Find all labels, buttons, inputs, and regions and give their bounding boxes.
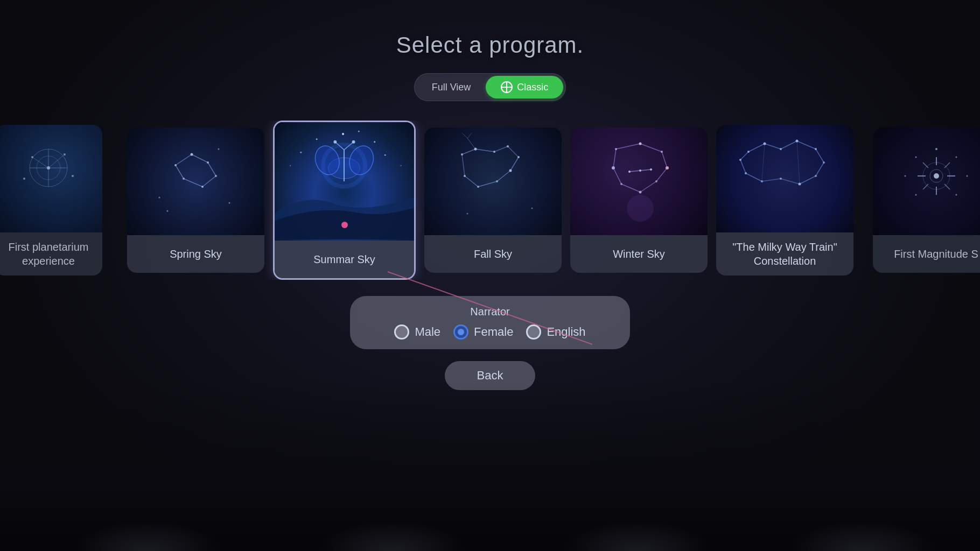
svg-point-42 [333,140,337,144]
radio-female[interactable] [453,324,468,340]
svg-line-107 [800,176,816,184]
svg-point-43 [352,140,355,144]
seats-silhouette [0,379,980,551]
svg-line-10 [32,157,48,168]
svg-line-102 [765,144,781,149]
card-summer-sky[interactable]: Summar Sky [273,121,416,280]
svg-line-83 [640,181,656,192]
svg-point-31 [384,154,386,156]
svg-point-34 [401,165,402,166]
card-image-fall [424,128,562,235]
globe-icon-classic [501,81,513,93]
svg-point-130 [956,157,957,158]
svg-point-25 [229,202,230,204]
svg-line-64 [462,133,467,138]
svg-line-58 [510,157,519,171]
program-cards-container: First planetarium experience [0,121,980,280]
constellation-spring [127,128,264,235]
svg-point-128 [905,175,906,177]
card-label-winter: Winter Sky [570,235,708,273]
svg-point-9 [72,175,74,177]
card-label-fall: Fall Sky [424,235,562,273]
svg-line-108 [781,179,800,184]
svg-line-81 [662,152,667,168]
back-button[interactable]: Back [445,361,536,390]
svg-point-129 [915,194,917,196]
page-title: Select a program. [396,32,584,58]
svg-line-106 [816,163,824,176]
main-content: Select a program. Full View Classic [0,0,980,390]
svg-line-114 [797,141,800,184]
svg-point-67 [531,208,533,209]
svg-line-122 [923,163,928,168]
svg-line-123 [944,163,950,168]
svg-line-19 [192,154,208,163]
svg-line-62 [462,154,465,176]
card-milky-way[interactable]: "The Milky Way Train" Constellation [716,125,853,276]
card-label-magnitude: First Magnitude S [873,235,980,273]
narrator-female-label: Female [474,325,513,339]
svg-point-8 [23,178,25,180]
svg-line-18 [176,154,192,165]
svg-point-28 [316,138,318,140]
view-toggle: Full View Classic [414,73,566,101]
card-image-spring [127,128,264,235]
narrator-option-english[interactable]: English [526,324,585,340]
narrator-option-male[interactable]: Male [394,324,440,340]
svg-line-110 [746,173,762,181]
svg-line-20 [208,163,216,176]
card-fall-sky[interactable]: Fall Sky [424,128,562,273]
svg-point-88 [627,195,654,222]
card-image-milky [716,125,853,232]
svg-point-33 [290,165,291,166]
svg-point-115 [934,173,939,179]
svg-point-24 [159,197,160,199]
constellation-milky [716,125,853,232]
svg-point-127 [915,157,917,158]
card-spring-sky[interactable]: Spring Sky [127,128,264,273]
card-first-magnitude[interactable]: First Magnitude S [873,128,980,273]
svg-line-104 [797,141,816,149]
svg-line-55 [475,149,494,152]
card-image-magnitude [873,128,980,235]
svg-line-79 [616,144,640,149]
svg-line-82 [656,168,667,181]
svg-point-29 [342,133,344,135]
card-first-planetarium[interactable]: First planetarium experience [0,125,102,276]
radio-english[interactable] [526,324,541,340]
svg-line-63 [467,138,475,149]
svg-point-27 [218,149,220,150]
svg-line-109 [762,179,781,181]
narrator-male-label: Male [415,325,440,339]
narrator-options: Male Female English [394,324,585,340]
card-label-milky: "The Milky Way Train" Constellation [716,232,853,276]
narrator-section: Narrator Male Female English [350,296,630,349]
svg-line-101 [748,144,765,152]
narrator-english-label: English [547,325,585,339]
narrator-label: Narrator [470,306,509,318]
svg-line-86 [613,149,616,168]
svg-point-131 [967,175,968,177]
card-image-first-planetarium [0,125,102,232]
cursor-dot [341,222,348,228]
radio-male[interactable] [394,324,409,340]
svg-line-22 [184,179,202,187]
constellation-magnitude [873,128,980,235]
classic-view-button[interactable]: Classic [486,76,563,98]
svg-line-113 [762,144,765,181]
full-view-button[interactable]: Full View [417,76,486,98]
card-label-summer: Summar Sky [275,241,414,278]
svg-line-54 [462,149,475,154]
card-label-spring: Spring Sky [127,235,264,273]
svg-line-80 [640,144,662,152]
constellation-first-planetarium [0,125,102,232]
svg-line-65 [467,133,472,138]
svg-point-32 [300,152,302,153]
svg-line-85 [613,168,621,184]
constellation-fall [424,128,562,235]
narrator-option-female[interactable]: Female [453,324,513,340]
svg-point-66 [467,213,468,215]
card-winter-sky[interactable]: Winter Sky [570,128,708,273]
svg-line-60 [478,181,497,187]
svg-line-23 [176,165,184,179]
